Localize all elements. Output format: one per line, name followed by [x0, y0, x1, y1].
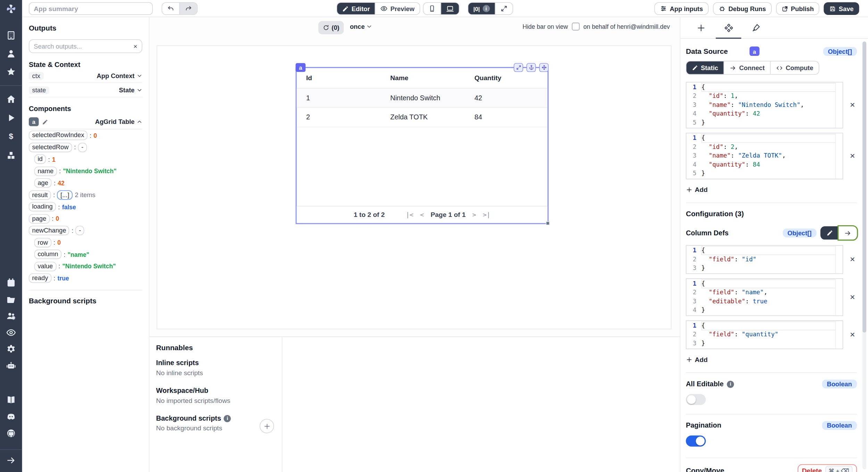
- output-key-pill[interactable]: row: [34, 238, 51, 247]
- context-expand-toggle[interactable]: State: [119, 87, 142, 93]
- output-value-pill[interactable]: -: [76, 226, 84, 235]
- rail-robot-icon[interactable]: [5, 360, 17, 372]
- add-column-def-button[interactable]: Add: [686, 356, 708, 363]
- delete-component-button[interactable]: Delete ⌘ + ⌫: [798, 464, 857, 472]
- move-component-button[interactable]: [539, 63, 549, 72]
- rail-book-icon[interactable]: [5, 394, 17, 406]
- rail-settings-icon[interactable]: [5, 343, 17, 355]
- redo-button[interactable]: [180, 3, 197, 14]
- edit-component-id-icon[interactable]: [42, 119, 48, 125]
- all-editable-toggle[interactable]: [686, 394, 706, 405]
- save-button[interactable]: Save: [824, 2, 859, 15]
- connect-mode-button[interactable]: [839, 226, 857, 239]
- compute-tab[interactable]: Compute: [770, 61, 819, 74]
- edit-mode-button[interactable]: [820, 226, 839, 239]
- undo-button[interactable]: [162, 3, 179, 14]
- table-header-row: IdNameQuantity: [297, 68, 548, 88]
- delete-row-icon[interactable]: ✕: [848, 101, 857, 109]
- static-tab[interactable]: Static: [686, 61, 724, 74]
- mobile-view-button[interactable]: [424, 3, 441, 14]
- width-indicator-button[interactable]: |0|i: [468, 3, 495, 14]
- clear-search-icon[interactable]: ×: [133, 42, 137, 50]
- last-page-button[interactable]: >|: [483, 211, 491, 218]
- aggrid-table-component[interactable]: a IdNameQuantity 1Nintendo Switch422Zeld…: [295, 67, 549, 224]
- canvas-surface[interactable]: a IdNameQuantity 1Nintendo Switch422Zeld…: [157, 45, 671, 329]
- rail-user-icon[interactable]: [5, 48, 17, 60]
- context-expand-toggle[interactable]: App Context: [97, 72, 142, 79]
- app-inputs-button[interactable]: App inputs: [654, 2, 708, 15]
- expand-component-button[interactable]: [514, 63, 523, 72]
- table-column-header[interactable]: Id: [306, 74, 390, 82]
- rail-folder-icon[interactable]: [5, 293, 17, 305]
- rail-eye-icon[interactable]: [5, 327, 17, 339]
- debug-runs-button[interactable]: Debug Runs: [713, 2, 771, 15]
- rail-home-icon[interactable]: [5, 93, 17, 105]
- pagination-toggle[interactable]: [686, 436, 706, 447]
- hide-bar-checkbox[interactable]: [572, 23, 579, 30]
- add-row-button[interactable]: Add: [686, 186, 708, 194]
- column-def-editor-1[interactable]: 1{2 "field": "id"3}: [686, 245, 843, 274]
- component-settings-tab[interactable]: [715, 17, 742, 38]
- output-key-pill[interactable]: newChange: [29, 226, 69, 235]
- output-key-pill[interactable]: page: [29, 214, 50, 224]
- component-badge[interactable]: a: [295, 63, 306, 72]
- next-page-button[interactable]: >: [472, 211, 476, 218]
- table-column-header[interactable]: Quantity: [474, 74, 547, 82]
- preview-tab[interactable]: Preview: [375, 3, 419, 14]
- json-editor-row-1[interactable]: 1{2 "id": 1,3 "name": "Nintendo Switch",…: [686, 82, 843, 128]
- search-outputs-input[interactable]: [34, 43, 130, 50]
- output-key-pill[interactable]: name: [34, 167, 57, 176]
- delete-column-def-icon[interactable]: ✕: [848, 256, 857, 263]
- app-summary-input[interactable]: [29, 2, 153, 15]
- output-key-pill[interactable]: ready: [29, 273, 51, 283]
- output-key-pill[interactable]: column: [34, 250, 61, 259]
- table-column-header[interactable]: Name: [390, 74, 474, 82]
- windmill-logo-icon[interactable]: [0, 0, 22, 17]
- rail-cubes-icon[interactable]: [5, 149, 17, 161]
- output-key-pill[interactable]: loading: [29, 202, 56, 211]
- component-type-toggle[interactable]: AgGrid Table: [95, 118, 142, 125]
- theme-tab[interactable]: [742, 17, 770, 38]
- delete-column-def-icon[interactable]: ✕: [848, 331, 857, 338]
- editor-tab[interactable]: Editor: [337, 3, 375, 14]
- table-row[interactable]: 2Zelda TOTK84: [297, 108, 548, 127]
- rail-star-icon[interactable]: [5, 66, 17, 78]
- component-id-badge[interactable]: a: [29, 117, 39, 126]
- output-key-pill[interactable]: age: [34, 178, 52, 188]
- column-def-editor-2[interactable]: 1{2 "field": "name",3 "editable": true4}: [686, 278, 843, 316]
- trigger-mode-dropdown[interactable]: once: [350, 23, 372, 30]
- publish-button[interactable]: Publish: [776, 2, 819, 15]
- panel-scrollbar[interactable]: [862, 42, 866, 469]
- rail-calendar-icon[interactable]: [5, 277, 17, 289]
- delete-row-icon[interactable]: ✕: [848, 152, 857, 160]
- anchor-component-button[interactable]: [526, 63, 536, 72]
- rail-discord-icon[interactable]: [5, 411, 17, 423]
- output-key-pill[interactable]: id: [34, 154, 46, 164]
- delete-column-def-icon[interactable]: ✕: [848, 293, 857, 301]
- resize-handle[interactable]: [546, 221, 550, 225]
- rail-dollar-icon[interactable]: $: [5, 130, 17, 143]
- rail-building-icon[interactable]: [5, 30, 17, 42]
- add-background-script-button[interactable]: [260, 419, 274, 433]
- fullscreen-button[interactable]: [495, 3, 512, 14]
- prev-page-button[interactable]: <: [420, 211, 424, 218]
- connect-tab[interactable]: Connect: [724, 61, 770, 74]
- table-row[interactable]: 1Nintendo Switch42: [297, 88, 548, 108]
- output-key-pill[interactable]: value: [34, 262, 56, 271]
- first-page-button[interactable]: |<: [406, 211, 414, 218]
- rail-arrow-right-icon[interactable]: [5, 454, 17, 466]
- refresh-button[interactable]: (0): [318, 21, 344, 34]
- json-editor-row-2[interactable]: 1{2 "id": 2,3 "name": "Zelda TOTK",4 "qu…: [686, 133, 843, 179]
- rail-user-group-icon[interactable]: [5, 310, 17, 322]
- column-def-editor-3[interactable]: 1{2 "field": "quantity"3}: [686, 320, 843, 349]
- output-key-pill[interactable]: result: [29, 190, 51, 200]
- desktop-view-button[interactable]: [441, 3, 459, 14]
- rail-play-icon[interactable]: [5, 112, 17, 124]
- output-key-pill[interactable]: selectedRow: [29, 143, 72, 152]
- output-entry: row:0: [29, 237, 142, 248]
- insert-component-tab[interactable]: [687, 17, 715, 38]
- output-key-pill[interactable]: selectedRowIndex: [29, 131, 87, 140]
- rail-github-icon[interactable]: [5, 427, 17, 439]
- output-value-pill[interactable]: -: [78, 143, 87, 152]
- output-array-pill[interactable]: [...]: [57, 190, 73, 200]
